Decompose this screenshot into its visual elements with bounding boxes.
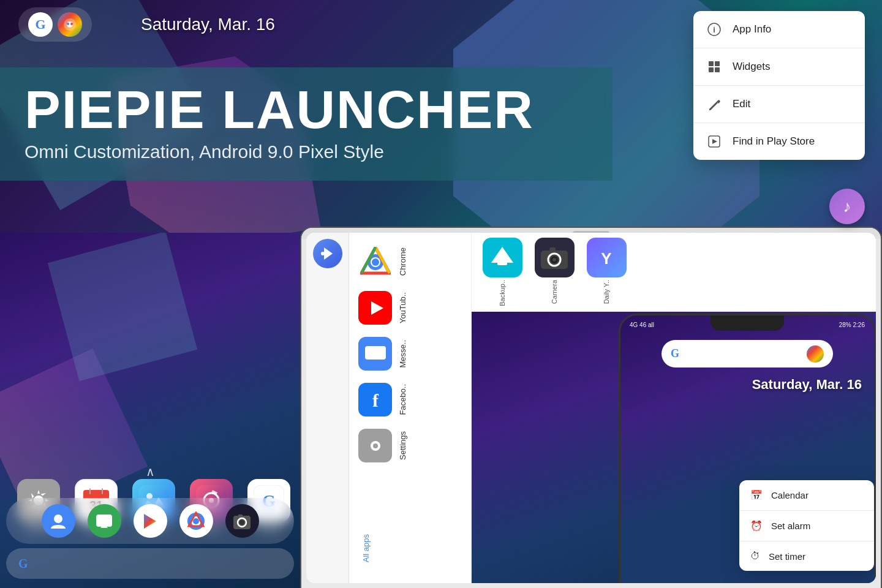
search-bar[interactable]: G xyxy=(6,548,294,579)
widgets-label: Widgets xyxy=(733,61,770,73)
timer-menu-icon: ⏱ xyxy=(750,551,760,562)
app-dock xyxy=(6,498,294,544)
tablet-mockup: Chrome YouTub.. xyxy=(300,227,882,588)
svg-point-35 xyxy=(239,520,244,525)
phone-g-icon: G xyxy=(671,347,679,360)
svg-point-2 xyxy=(67,23,69,25)
svg-marker-29 xyxy=(144,514,156,529)
drawer-youtube-icon xyxy=(358,291,392,325)
assistant-svg xyxy=(62,17,77,32)
drawer-facebook[interactable]: f Facebo.. xyxy=(349,377,471,423)
youtube-drawer-label: YouTub.. xyxy=(398,292,407,323)
phone-notch xyxy=(710,315,784,331)
svg-rect-36 xyxy=(238,514,243,517)
dock-chrome[interactable] xyxy=(179,504,213,538)
top-app-backup[interactable]: Backup.. xyxy=(478,238,527,306)
assistant-icon[interactable] xyxy=(58,12,82,37)
dock-contacts[interactable] xyxy=(42,504,75,538)
svg-point-52 xyxy=(373,443,378,448)
svg-marker-37 xyxy=(324,247,333,260)
svg-rect-6 xyxy=(709,61,714,66)
camera-label: Camera xyxy=(551,280,558,304)
up-arrow-icon[interactable]: ∧ xyxy=(146,464,155,479)
calendar-menu-icon: 📅 xyxy=(750,489,763,501)
menu-item-widgets[interactable]: Widgets xyxy=(693,48,865,86)
dock-play-store[interactable] xyxy=(134,504,167,538)
context-menu: i App Info Widgets Edit xyxy=(693,11,865,160)
alarm-menu-icon: ⏰ xyxy=(750,520,763,532)
phone-search-bar[interactable]: G xyxy=(662,340,833,368)
menu-item-app-info[interactable]: i App Info xyxy=(693,11,865,48)
phone-assistant-icon xyxy=(807,345,824,363)
top-app-camera[interactable]: Camera xyxy=(530,238,579,304)
dock-messages[interactable] xyxy=(88,504,121,538)
phone-date-display: Saturday, Mar. 16 xyxy=(752,377,862,393)
alarm-menu-label: Set alarm xyxy=(771,521,810,531)
drawer-chrome-icon xyxy=(358,245,392,279)
svg-point-3 xyxy=(70,23,73,25)
svg-rect-8 xyxy=(709,67,714,72)
svg-rect-9 xyxy=(715,67,720,72)
edit-icon xyxy=(707,97,722,111)
svg-point-38 xyxy=(321,252,325,255)
google-icons-group[interactable]: G xyxy=(18,7,92,42)
svg-marker-11 xyxy=(712,139,717,144)
settings-drawer-label: Settings xyxy=(398,431,407,460)
timer-menu-label: Set timer xyxy=(769,551,805,562)
backup-icon xyxy=(483,238,522,277)
all-apps-button[interactable]: All apps xyxy=(349,522,471,577)
phone-right-mockup: 4G 46 all 28% 2:26 G Saturday, Mar. 16 📅 xyxy=(619,314,876,583)
launcher-pill-icon[interactable] xyxy=(313,239,342,268)
chrome-drawer-label: Chrome xyxy=(398,247,407,276)
drawer-messages[interactable]: Messe.. xyxy=(349,331,471,377)
drawer-chrome[interactable]: Chrome xyxy=(349,239,471,285)
drawer-messages-icon xyxy=(358,337,392,371)
edit-label: Edit xyxy=(733,98,750,110)
title-banner: PIEPIE LAUNCHER Omni Customization, Andr… xyxy=(0,67,612,181)
camera-icon xyxy=(535,238,575,277)
messages-drawer-label: Messe.. xyxy=(398,340,407,368)
date-display: Saturday, Mar. 16 xyxy=(141,15,275,34)
drawer-settings[interactable]: Settings xyxy=(349,423,471,469)
phone-left-mockup: ∧ Settings xyxy=(0,233,300,588)
svg-text:i: i xyxy=(713,25,715,34)
all-apps-label: All apps xyxy=(355,528,377,568)
phone-context-menu: 📅 Calendar ⏰ Set alarm ⏱ Set timer xyxy=(739,480,874,571)
svg-text:f: f xyxy=(372,390,379,410)
menu-item-play-store[interactable]: Find in Play Store xyxy=(693,123,865,160)
svg-rect-7 xyxy=(715,61,720,66)
info-icon: i xyxy=(707,22,722,37)
svg-point-60 xyxy=(552,258,556,262)
calendar-menu-label: Calendar xyxy=(771,490,809,500)
menu-item-edit[interactable]: Edit xyxy=(693,86,865,123)
backup-label: Backup.. xyxy=(499,280,506,306)
google-logo-icon[interactable]: G xyxy=(28,12,53,37)
drawer-settings-icon xyxy=(358,429,392,462)
side-launcher-panel xyxy=(306,233,349,583)
tablet-main-content: Backup.. Camera xyxy=(472,233,876,583)
svg-rect-55 xyxy=(497,262,507,265)
svg-text:Y: Y xyxy=(601,249,611,268)
music-icon: ♪ xyxy=(843,197,851,216)
dock-camera[interactable] xyxy=(225,504,259,538)
widgets-icon xyxy=(707,59,722,74)
top-apps-row: Backup.. Camera xyxy=(472,233,876,312)
phone-menu-alarm[interactable]: ⏰ Set alarm xyxy=(739,511,874,541)
phone-menu-calendar[interactable]: 📅 Calendar xyxy=(739,480,874,511)
app-drawer: Chrome YouTub.. xyxy=(349,233,472,583)
status-right-text: 28% 2:26 xyxy=(839,322,865,328)
svg-rect-61 xyxy=(549,247,556,252)
music-fab-button[interactable]: ♪ xyxy=(829,189,865,224)
svg-point-32 xyxy=(193,518,199,524)
app-title: PIEPIE LAUNCHER xyxy=(24,83,588,137)
svg-point-42 xyxy=(372,258,379,266)
find-play-store-label: Find in Play Store xyxy=(733,135,815,148)
drawer-facebook-icon: f xyxy=(358,383,392,417)
status-left-text: 4G 46 all xyxy=(630,322,654,328)
top-app-dailyy[interactable]: Y Daily Y.. xyxy=(582,238,631,304)
tablet-wallpaper: 4G 46 all 28% 2:26 G Saturday, Mar. 16 📅 xyxy=(472,312,876,583)
drawer-youtube[interactable]: YouTub.. xyxy=(349,285,471,331)
phone-menu-timer[interactable]: ⏱ Set timer xyxy=(739,541,874,571)
svg-point-27 xyxy=(54,514,62,523)
app-info-label: App Info xyxy=(733,23,771,36)
